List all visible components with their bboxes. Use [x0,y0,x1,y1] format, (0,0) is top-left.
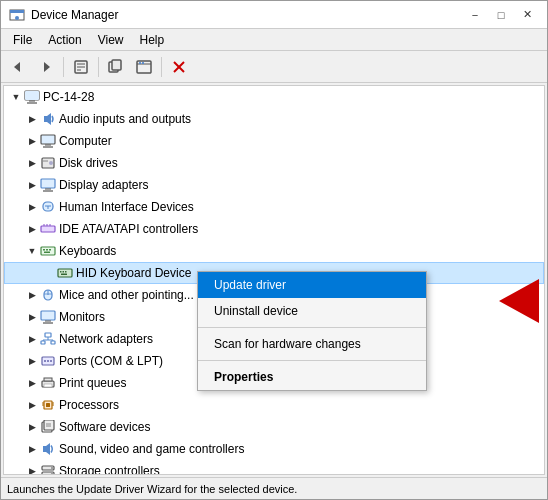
ctx-update-driver[interactable]: Update driver [198,272,426,298]
storage-expander[interactable]: ▶ [24,463,40,475]
svg-point-26 [49,161,53,165]
hid-keyboard-icon [57,265,73,281]
svg-marker-78 [43,443,50,455]
svg-rect-75 [44,420,54,430]
sound-expander[interactable]: ▶ [24,441,40,457]
menu-view[interactable]: View [90,31,132,49]
close-button[interactable]: ✕ [515,5,539,25]
window-icon [9,7,25,23]
svg-point-63 [47,360,49,362]
ports-label: Ports (COM & LPT) [59,354,163,368]
tree-item-ide[interactable]: ▶ IDE ATA/ATAPI controllers [4,218,544,240]
ctx-divider-2 [198,360,426,361]
svg-rect-14 [142,62,144,64]
update-driver-button[interactable] [131,54,157,80]
monitors-icon [40,309,56,325]
svg-rect-46 [65,271,67,273]
tree-item-disk[interactable]: ▶ Disk drives [4,152,544,174]
svg-rect-1 [10,10,24,13]
highlight-arrow [499,279,539,323]
svg-rect-41 [49,249,51,251]
svg-marker-3 [14,62,20,72]
disk-label: Disk drives [59,156,118,170]
tree-item-software[interactable]: ▶ Software devices [4,416,544,438]
svg-marker-21 [44,113,51,125]
computer-expander[interactable]: ▶ [24,133,40,149]
status-bar: Launches the Update Driver Wizard for th… [1,477,547,499]
menu-help[interactable]: Help [132,31,173,49]
svg-point-2 [15,16,19,20]
print-expander[interactable]: ▶ [24,375,40,391]
content-area: ▼ PC-14-28 ▶ [1,83,547,477]
tree-item-computer[interactable]: ▶ Computer [4,130,544,152]
toolbar-separator-3 [161,57,162,77]
keyboards-expander[interactable]: ▼ [24,243,40,259]
svg-rect-47 [61,274,67,276]
menu-file[interactable]: File [5,31,40,49]
svg-rect-56 [51,341,55,344]
svg-rect-69 [46,403,50,407]
computer-node-icon [40,133,56,149]
ports-icon [40,353,56,369]
svg-rect-28 [41,179,55,188]
tree-item-processors[interactable]: ▶ Processors [4,394,544,416]
menu-action[interactable]: Action [40,31,89,49]
tree-item-audio[interactable]: ▶ Audio inputs and outputs [4,108,544,130]
network-expander[interactable]: ▶ [24,331,40,347]
ide-expander[interactable]: ▶ [24,221,40,237]
disk-expander[interactable]: ▶ [24,155,40,171]
forward-icon [38,59,54,75]
uninstall-button[interactable] [166,54,192,80]
hid-label: Human Interface Devices [59,200,194,214]
forward-button[interactable] [33,54,59,80]
title-controls: − □ ✕ [463,5,539,25]
processors-expander[interactable]: ▶ [24,397,40,413]
svg-point-62 [44,360,46,362]
software-expander[interactable]: ▶ [24,419,40,435]
monitors-expander[interactable]: ▶ [24,309,40,325]
context-menu: Update driver Uninstall device Scan for … [197,271,427,391]
display-icon [40,177,56,193]
computer-label: Computer [59,134,112,148]
tree-item-sound[interactable]: ▶ Sound, video and game controllers [4,438,544,460]
ctx-divider [198,327,426,328]
toolbar [1,51,547,83]
hid-icon [40,199,56,215]
tree-item-display[interactable]: ▶ Display adapters [4,174,544,196]
svg-rect-40 [46,249,48,251]
audio-expander[interactable]: ▶ [24,111,40,127]
ctx-scan-hardware[interactable]: Scan for hardware changes [198,331,426,357]
svg-rect-34 [41,226,55,232]
tree-item-keyboards[interactable]: ▼ Keyboards [4,240,544,262]
monitors-label: Monitors [59,310,105,324]
ctx-properties[interactable]: Properties [198,364,426,390]
tree-item-storage[interactable]: ▶ Storage controllers [4,460,544,475]
properties-button[interactable] [68,54,94,80]
processors-label: Processors [59,398,119,412]
disk-icon [40,155,56,171]
maximize-button[interactable]: □ [489,5,513,25]
network-icon [40,331,56,347]
print-label: Print queues [59,376,126,390]
network-label: Network adapters [59,332,153,346]
root-expander[interactable]: ▼ [8,89,24,105]
hid-expander[interactable]: ▶ [24,199,40,215]
status-text: Launches the Update Driver Wizard for th… [7,483,297,495]
svg-rect-54 [45,333,51,337]
svg-rect-22 [41,135,55,144]
minimize-button[interactable]: − [463,5,487,25]
back-button[interactable] [5,54,31,80]
scan-button[interactable] [103,54,129,80]
svg-rect-45 [63,271,65,273]
ports-expander[interactable]: ▶ [24,353,40,369]
audio-icon [40,111,56,127]
storage-icon [40,463,56,475]
mice-icon [40,287,56,303]
ctx-uninstall-device[interactable]: Uninstall device [198,298,426,324]
display-label: Display adapters [59,178,148,192]
display-expander[interactable]: ▶ [24,177,40,193]
mice-expander[interactable]: ▶ [24,287,40,303]
svg-point-82 [51,473,53,475]
tree-root[interactable]: ▼ PC-14-28 [4,86,544,108]
tree-item-hid[interactable]: ▶ Human Interface Devices [4,196,544,218]
